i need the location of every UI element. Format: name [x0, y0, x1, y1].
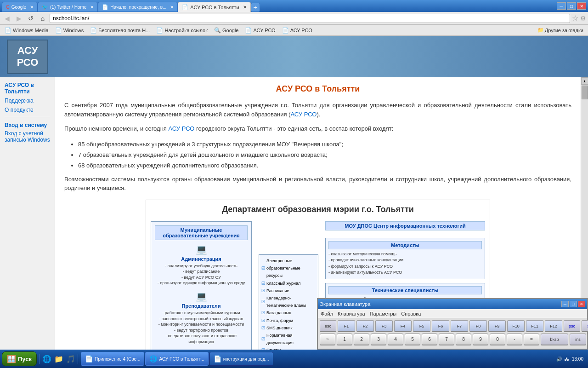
bullet-item-2: 7 образовательных учреждений для детей д… [78, 150, 571, 160]
key-f4[interactable]: F4 [394, 320, 412, 332]
key-f5[interactable]: F5 [413, 320, 430, 332]
sidebar-link-windows-login[interactable]: Вход с учетной записью Windows [5, 130, 50, 143]
tab-twitter-close[interactable]: ✕ [90, 5, 94, 10]
key-7[interactable]: 7 [439, 334, 454, 345]
ql-media-icon[interactable]: 🎵 [66, 354, 76, 364]
diag-left-title: Муниципальные образовательные учреждения [155, 225, 248, 240]
bookmark-star[interactable]: ☆ [572, 14, 578, 23]
key-tilde[interactable]: ~ [320, 334, 335, 345]
ql-folder-icon[interactable]: 📁 [54, 354, 64, 364]
key-8[interactable]: 8 [456, 334, 471, 345]
refresh-button[interactable]: ↺ [26, 13, 36, 23]
key-f12[interactable]: F12 [545, 320, 562, 332]
wrench-icon[interactable]: ⚙ [580, 15, 586, 22]
key-6[interactable]: 6 [422, 334, 437, 345]
tab-google[interactable]: G Google ✕ [2, 2, 38, 12]
key-0[interactable]: 0 [490, 334, 505, 345]
osk-maximize[interactable]: □ [570, 301, 577, 307]
key-ins[interactable]: ins [570, 334, 586, 345]
scroll-thumb[interactable] [582, 86, 588, 99]
home-button[interactable]: ⌂ [38, 13, 48, 23]
minimize-button[interactable]: ─ [557, 2, 566, 10]
tab-google-close[interactable]: ✕ [30, 5, 34, 10]
key-9[interactable]: 9 [473, 334, 488, 345]
tray-time: 13:00 [572, 356, 583, 362]
key-f11[interactable]: F11 [526, 320, 543, 332]
scroll-up[interactable]: ▲ [581, 77, 588, 85]
osk-menu-keyboard[interactable]: Клавиатура [338, 311, 365, 316]
address-bar[interactable] [50, 14, 570, 23]
tray-network[interactable]: 🖧 [565, 356, 569, 362]
key-bksp[interactable]: bksp [541, 334, 568, 345]
taskbar-instr[interactable]: 📄 инструкция для род... [209, 352, 273, 366]
back-button[interactable]: ◀ [2, 13, 12, 23]
bookmark-label: АСУ РСО [290, 28, 312, 33]
key-minus[interactable]: - [507, 334, 522, 345]
key-f6[interactable]: F6 [432, 320, 449, 332]
bookmark-icon: 📄 [90, 27, 97, 34]
osk-menu-help[interactable]: Справка [401, 311, 421, 316]
tray-volume[interactable]: 🔊 [556, 356, 562, 362]
bookmark-free-mail[interactable]: 📄 Бесплатная почта Н... [87, 26, 153, 34]
osk-keys-area: esc F1 F2 F3 F4 F5 F6 F7 F8 F9 F10 F11 F… [318, 318, 587, 349]
key-2[interactable]: 2 [354, 334, 369, 345]
tab-asu-close[interactable]: ✕ [243, 5, 247, 10]
key-f1[interactable]: F1 [338, 320, 355, 332]
taskbar-app1[interactable]: 📄 Приложение 4 (Све... [81, 352, 144, 366]
key-f8[interactable]: F8 [469, 320, 487, 332]
link-asu-rso-2[interactable]: АСУ РСО [168, 125, 194, 132]
other-bookmarks[interactable]: 📁 Другие закладки [535, 26, 586, 34]
taskbar-asu[interactable]: 🌐 АСУ РСО в Тольятт... [145, 352, 208, 366]
tab-nachalo[interactable]: 📄 Начало, прекращение, в... ✕ [98, 2, 178, 12]
db-item-6: Почта, форум [261, 317, 316, 324]
sidebar-link-asu-tol[interactable]: АСУ РСО в Тольятти [5, 82, 50, 95]
db-item-2: Классный журнал [261, 280, 316, 287]
key-equals[interactable]: = [524, 334, 539, 345]
logo-line2: РСО [17, 57, 39, 69]
key-f9[interactable]: F9 [488, 320, 506, 332]
maximize-button[interactable]: □ [567, 2, 576, 10]
bookmark-google[interactable]: 🔍 Google [211, 26, 241, 34]
bookmark-windows-media[interactable]: 📄 Windows Media [2, 26, 51, 34]
bookmark-asu1[interactable]: 📄 АСУ РСО [242, 26, 278, 34]
key-psc[interactable]: psc [564, 320, 580, 332]
tab-asu[interactable]: 📄 АСУ РСО в Тольятти ✕ [178, 2, 250, 12]
bookmark-asu2[interactable]: 📄 АСУ РСО [279, 26, 315, 34]
osk-row-fn: esc F1 F2 F3 F4 F5 F6 F7 F8 F9 F10 F11 F… [320, 320, 585, 332]
tab-nachalo-close[interactable]: ✕ [170, 5, 174, 10]
bullet-list: 85 общеобразовательных учреждений и 3 ст… [78, 139, 571, 171]
key-3[interactable]: 3 [371, 334, 386, 345]
key-slk[interactable]: slk [582, 320, 588, 332]
close-button[interactable]: ✕ [577, 2, 586, 10]
other-bookmarks-label: Другие закладки [545, 28, 583, 33]
sidebar: АСУ РСО в Тольятти Поддержка О продукте … [0, 77, 55, 350]
forward-button[interactable]: ▶ [14, 13, 24, 23]
key-f7[interactable]: F7 [451, 320, 468, 332]
osk-menu-params[interactable]: Параметры [370, 311, 397, 316]
key-1[interactable]: 1 [337, 334, 352, 345]
role-admin-title: Администрация [155, 256, 248, 262]
app1-label: Приложение 4 (Све... [95, 356, 140, 362]
key-esc[interactable]: esc [320, 320, 336, 332]
osk-close[interactable]: ✕ [578, 301, 585, 307]
key-f10[interactable]: F10 [507, 320, 525, 332]
osk-minimize[interactable]: ─ [561, 301, 569, 307]
sidebar-link-about[interactable]: О продукте [5, 107, 50, 113]
tab-twitter[interactable]: 🐦 (1) Twitter / Home ✕ [38, 2, 98, 12]
ql-ie-icon[interactable]: 🌐 [42, 354, 52, 364]
key-f3[interactable]: F3 [375, 320, 393, 332]
key-4[interactable]: 4 [388, 334, 403, 345]
new-tab-button[interactable]: + [251, 3, 260, 12]
tab-twitter-label: (1) Twitter / Home [50, 5, 86, 10]
sidebar-link-support[interactable]: Поддержка [5, 98, 50, 104]
role-teachers: 💻 Преподаватели - работают с мультимедий… [155, 291, 248, 345]
start-button[interactable]: 🪟 Пуск [2, 351, 37, 366]
link-asu-rso-1[interactable]: АСУ РСО [290, 111, 317, 118]
bookmark-windows[interactable]: 📄 Windows [52, 26, 87, 34]
bullet-item-1: 85 общеобразовательных учреждений и 3 ст… [78, 139, 571, 150]
bookmark-settings[interactable]: 📄 Настройка ссылок [153, 26, 210, 34]
bookmark-label: Настройка ссылок [164, 28, 208, 33]
key-f2[interactable]: F2 [356, 320, 374, 332]
osk-menu-file[interactable]: Файл [321, 311, 333, 316]
key-5[interactable]: 5 [405, 334, 420, 345]
